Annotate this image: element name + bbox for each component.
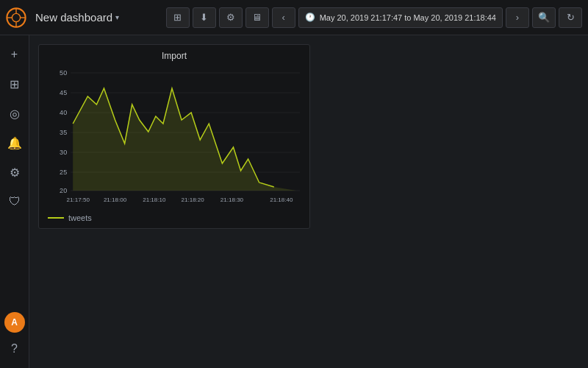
sidebar-item-settings[interactable]: ⚙	[1, 159, 28, 185]
refresh-button[interactable]: ↻	[559, 7, 582, 28]
save-button[interactable]: ⬇	[193, 7, 216, 28]
legend-line-tweets	[48, 217, 64, 219]
chart-container: 50 45 40 35 30 25 20 21:17:50 21:18:00 2…	[45, 66, 304, 209]
svg-text:35: 35	[60, 129, 67, 136]
svg-text:40: 40	[60, 109, 67, 116]
next-time-button[interactable]: ›	[506, 7, 529, 28]
svg-text:21:18:30: 21:18:30	[220, 197, 244, 203]
svg-text:21:17:50: 21:17:50	[67, 197, 90, 203]
svg-text:21:18:00: 21:18:00	[104, 197, 127, 203]
svg-text:21:18:20: 21:18:20	[181, 197, 204, 203]
zoom-button[interactable]: 🔍	[532, 7, 556, 28]
sidebar-bottom: A ?	[1, 312, 28, 362]
gear-icon: ⚙	[226, 12, 235, 23]
compass-icon: ◎	[10, 107, 20, 121]
chart-fill	[73, 88, 296, 191]
svg-text:45: 45	[60, 89, 67, 96]
chart-title: Import	[45, 51, 304, 61]
sidebar-item-alerting[interactable]: 🔔	[1, 130, 28, 156]
user-avatar[interactable]: A	[4, 312, 25, 333]
avatar-text: A	[11, 317, 18, 328]
graph-type-button[interactable]: ⊞	[166, 7, 190, 28]
display-icon: 🖥	[252, 12, 262, 23]
settings-icon: ⚙	[10, 166, 20, 180]
svg-text:50: 50	[60, 69, 67, 77]
grafana-logo	[6, 7, 26, 28]
dashboard-title-text: New dashboard	[35, 11, 112, 24]
settings-button[interactable]: ⚙	[219, 7, 243, 28]
shield-icon: 🛡	[9, 195, 21, 208]
sidebar-item-explore[interactable]: ◎	[1, 100, 28, 127]
svg-text:21:18:10: 21:18:10	[143, 197, 166, 203]
clock-icon: 🕐	[305, 13, 315, 22]
prev-time-button[interactable]: ‹	[272, 7, 295, 28]
chevron-left-icon: ‹	[282, 12, 284, 23]
sidebar-item-dashboards[interactable]: ⊞	[1, 71, 28, 97]
graph-icon: ⊞	[173, 12, 182, 23]
refresh-icon: ↻	[567, 12, 575, 23]
svg-point-1	[12, 13, 20, 21]
time-range-text: May 20, 2019 21:17:47 to May 20, 2019 21…	[320, 13, 496, 22]
sidebar-item-help[interactable]: ?	[1, 336, 28, 362]
title-chevron: ▾	[115, 13, 119, 21]
sidebar: + ⊞ ◎ 🔔 ⚙ 🛡 A ?	[0, 35, 29, 368]
help-icon: ?	[11, 342, 18, 355]
chevron-right-icon: ›	[516, 12, 519, 23]
topbar: New dashboard ▾ ⊞ ⬇ ⚙ 🖥 ‹ 🕐 May 20, 2019…	[0, 0, 588, 35]
svg-text:20: 20	[60, 187, 67, 194]
time-range-picker[interactable]: 🕐 May 20, 2019 21:17:47 to May 20, 2019 …	[298, 7, 503, 28]
chart-legend: tweets	[45, 213, 304, 222]
sidebar-item-shield[interactable]: 🛡	[1, 188, 28, 215]
legend-label-tweets: tweets	[68, 213, 92, 222]
zoom-icon: 🔍	[538, 12, 550, 23]
sidebar-item-add[interactable]: +	[1, 41, 28, 68]
dashboards-icon: ⊞	[10, 77, 19, 91]
main-layout: + ⊞ ◎ 🔔 ⚙ 🛡 A ? Import	[0, 35, 588, 368]
bell-icon: 🔔	[7, 136, 22, 150]
topbar-actions: ⊞ ⬇ ⚙ 🖥 ‹ 🕐 May 20, 2019 21:17:47 to May…	[166, 7, 582, 28]
save-icon: ⬇	[200, 12, 208, 23]
plus-icon: +	[11, 48, 18, 61]
content-area: Import 50 45 40 35 30 25	[29, 35, 588, 368]
svg-text:30: 30	[60, 149, 67, 156]
display-button[interactable]: 🖥	[245, 7, 269, 28]
dashboard-title[interactable]: New dashboard ▾	[35, 11, 119, 24]
chart-panel: Import 50 45 40 35 30 25	[38, 44, 310, 229]
svg-text:25: 25	[60, 169, 67, 176]
chart-svg: 50 45 40 35 30 25 20 21:17:50 21:18:00 2…	[45, 66, 304, 209]
svg-text:21:18:40: 21:18:40	[270, 197, 293, 203]
